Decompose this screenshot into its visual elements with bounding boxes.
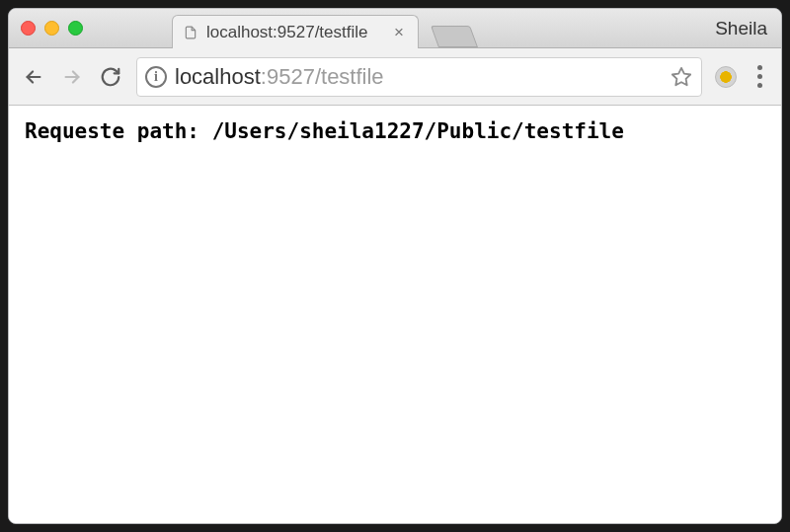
browser-tab[interactable]: localhost:9527/testfile × (172, 15, 419, 48)
url-path: /testfile (315, 64, 384, 89)
bookmark-star-icon[interactable] (670, 65, 693, 89)
tab-title: localhost:9527/testfile (206, 23, 382, 42)
titlebar: localhost:9527/testfile × Sheila (9, 9, 781, 48)
window-minimize-button[interactable] (44, 21, 59, 36)
reload-button[interactable] (98, 64, 123, 90)
back-button[interactable] (21, 64, 46, 90)
new-tab-button[interactable] (431, 26, 478, 47)
window-controls (21, 21, 83, 36)
url-text: localhost:9527/testfile (175, 64, 662, 90)
url-host: localhost (175, 64, 261, 89)
window-close-button[interactable] (21, 21, 36, 36)
profile-name[interactable]: Sheila (715, 18, 767, 39)
page-viewport: Requeste path: /Users/sheila1227/Public/… (9, 106, 781, 523)
tab-close-button[interactable]: × (390, 24, 408, 41)
svg-marker-0 (672, 67, 690, 84)
browser-window: localhost:9527/testfile × Sheila i local… (8, 8, 782, 524)
file-icon (183, 25, 198, 40)
window-maximize-button[interactable] (68, 21, 83, 36)
url-port: :9527 (261, 64, 315, 89)
page-body-text: Requeste path: /Users/sheila1227/Public/… (25, 119, 765, 143)
toolbar: i localhost:9527/testfile (9, 48, 781, 106)
browser-menu-button[interactable] (750, 65, 769, 89)
extension-icon[interactable] (715, 66, 737, 88)
forward-button[interactable] (59, 64, 85, 90)
site-info-icon[interactable]: i (145, 66, 167, 88)
address-bar[interactable]: i localhost:9527/testfile (136, 57, 702, 97)
tab-strip: localhost:9527/testfile × (172, 9, 474, 47)
